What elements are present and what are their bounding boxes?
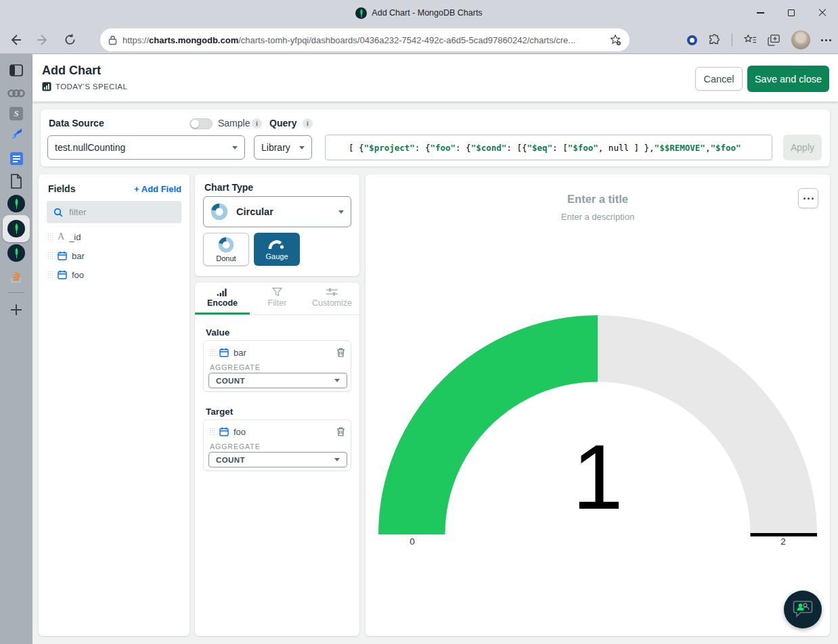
collections-icon[interactable] <box>768 34 780 47</box>
sidebar-item-stackoverflow-icon[interactable] <box>0 266 32 288</box>
lock-icon <box>108 35 117 45</box>
chart-title-placeholder[interactable]: Enter a title <box>366 193 830 206</box>
maximize-button[interactable] <box>776 0 807 26</box>
gauge-chart: 1 0 2 <box>368 304 828 549</box>
edge-sidebar: S <box>0 54 32 644</box>
drag-handle-icon[interactable] <box>209 428 215 436</box>
field-row-foo[interactable]: foo <box>47 269 84 280</box>
field-filter[interactable] <box>47 201 181 223</box>
data-source-select[interactable]: test.nullCounting <box>47 135 245 160</box>
donut-variant-button[interactable]: Donut <box>203 233 249 266</box>
back-button[interactable] <box>4 28 27 51</box>
encode-bars-icon <box>217 288 228 296</box>
add-field-button[interactable]: + Add Field <box>134 184 181 194</box>
chart-type-title: Chart Type <box>204 182 253 193</box>
reload-icon <box>64 33 76 46</box>
sidebar-toggle-icon[interactable] <box>0 60 32 81</box>
profile-avatar[interactable] <box>791 30 810 49</box>
target-aggregate-select[interactable]: COUNT <box>208 452 347 467</box>
field-filter-input[interactable] <box>69 207 164 217</box>
forward-button[interactable] <box>31 28 54 51</box>
target-channel-card: foo AGGREGATE COUNT <box>203 419 351 471</box>
value-field-name: bar <box>234 348 246 358</box>
filter-funnel-icon <box>272 288 282 296</box>
query-info-icon[interactable]: i <box>303 118 313 129</box>
value-channel-card: bar AGGREGATE COUNT <box>203 340 351 392</box>
chevron-down-icon <box>299 146 305 150</box>
support-chat-button[interactable] <box>784 591 822 628</box>
sidebar-item-mongodb-2-icon[interactable] <box>0 218 32 239</box>
field-row-id[interactable]: A _id <box>47 231 81 242</box>
delete-field-icon[interactable] <box>336 427 345 436</box>
chart-type-value: Circular <box>236 206 273 217</box>
sidebar-item-page-icon[interactable] <box>0 170 32 192</box>
sidebar-add-button[interactable] <box>0 299 32 321</box>
sample-toggle[interactable] <box>190 118 213 129</box>
value-aggregate-select[interactable]: COUNT <box>208 373 347 388</box>
sample-info-icon[interactable]: i <box>252 118 262 129</box>
field-name: foo <box>72 270 84 280</box>
apply-button[interactable]: Apply <box>783 135 822 160</box>
sidebar-item-mongodb-3-icon[interactable] <box>0 242 32 264</box>
chart-type-select[interactable]: Circular <box>203 196 351 227</box>
query-source-select[interactable]: Library <box>254 135 312 160</box>
drag-handle-icon[interactable] <box>47 233 53 242</box>
delete-field-icon[interactable] <box>336 348 345 357</box>
ellipsis-icon <box>803 198 814 200</box>
toolbar-divider <box>732 33 732 47</box>
drag-handle-icon[interactable] <box>47 252 53 260</box>
sidebar-item-jira-icon[interactable] <box>0 123 32 145</box>
tab-encode-label: Encode <box>207 298 238 308</box>
gauge-variant-button[interactable]: Gauge <box>254 233 300 266</box>
reload-button[interactable] <box>58 28 81 51</box>
drag-handle-icon[interactable] <box>47 271 53 279</box>
target-field-chip[interactable]: foo <box>209 426 345 438</box>
save-and-close-button[interactable]: Save and close <box>747 66 829 92</box>
encode-panel: Encode Filter Customize Value bar AGGREG… <box>195 283 359 636</box>
gauge-label: Gauge <box>265 252 288 260</box>
gauge-track-arc <box>598 315 817 534</box>
url-text: https://charts.mongodb.com/charts-tomh-y… <box>123 35 609 45</box>
minimize-button[interactable] <box>745 0 776 26</box>
address-bar[interactable]: https://charts.mongodb.com/charts-tomh-y… <box>100 28 630 51</box>
field-row-bar[interactable]: bar <box>47 250 85 261</box>
chevron-down-icon <box>334 379 340 382</box>
date-type-icon <box>219 348 229 357</box>
sidebar-item-s-icon[interactable]: S <box>0 103 32 124</box>
chart-description-placeholder[interactable]: Enter a description <box>366 212 830 222</box>
sidebar-item-mongodb-1-icon[interactable] <box>0 193 32 214</box>
sidebar-item-abc-icon[interactable] <box>0 83 32 104</box>
target-aggregate-value: COUNT <box>216 456 245 464</box>
data-source-panel: Data Source Sample i Query i test.nullCo… <box>41 110 830 166</box>
fields-title: Fields <box>48 183 75 194</box>
plus-icon <box>11 304 22 315</box>
cancel-button[interactable]: Cancel <box>695 67 743 91</box>
preview-menu-button[interactable] <box>798 188 818 208</box>
favorite-star-add-icon[interactable] <box>609 34 621 46</box>
tabs-divider <box>195 315 359 315</box>
date-type-icon <box>58 251 67 260</box>
value-field-chip[interactable]: bar <box>209 346 345 359</box>
app-icon <box>355 7 367 19</box>
value-aggregate-value: COUNT <box>216 377 245 385</box>
tab-customize[interactable]: Customize <box>305 283 359 313</box>
field-name: _id <box>69 232 81 242</box>
blue-ring-extension-icon[interactable] <box>687 35 697 45</box>
gauge-min-label: 0 <box>410 536 415 547</box>
browser-menu-button[interactable] <box>821 39 831 41</box>
extensions-puzzle-icon[interactable] <box>708 34 721 47</box>
back-arrow-icon <box>9 33 22 47</box>
query-source-value: Library <box>261 142 290 153</box>
customize-sliders-icon <box>326 288 338 296</box>
tab-encode[interactable]: Encode <box>195 283 250 313</box>
browser-toolbar: https://charts.mongodb.com/charts-tomh-y… <box>0 26 838 54</box>
app-header: Add Chart TODAY'S SPECIAL Cancel Save an… <box>32 54 838 101</box>
minimize-icon <box>757 12 764 14</box>
drag-handle-icon[interactable] <box>209 348 215 357</box>
favorites-list-icon[interactable] <box>743 34 757 46</box>
toggle-knob <box>191 120 199 128</box>
query-input[interactable]: [ { "$project": { "foo": { "$cond": [{ "… <box>325 135 772 160</box>
close-button[interactable] <box>807 0 838 26</box>
sidebar-item-docs-icon[interactable] <box>0 147 32 169</box>
tab-filter[interactable]: Filter <box>250 283 305 313</box>
